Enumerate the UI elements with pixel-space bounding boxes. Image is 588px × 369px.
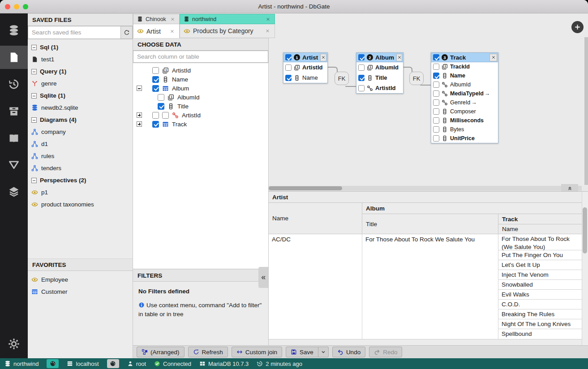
tree-table-album[interactable]: Album bbox=[133, 84, 268, 93]
grid-cell-track[interactable]: Night Of The Long Knives bbox=[498, 319, 582, 329]
collapse-expander-icon[interactable] bbox=[31, 69, 37, 74]
tree-group-sql[interactable]: Sql (1) bbox=[28, 41, 133, 53]
tree-table-track[interactable]: Track bbox=[133, 120, 268, 129]
column-checkbox[interactable] bbox=[285, 64, 292, 71]
column-row[interactable]: Bytes bbox=[431, 125, 498, 134]
designer-table-album[interactable]: 2 Album AlbumId Title ArtistId bbox=[356, 52, 403, 94]
nav-filter-icon[interactable] bbox=[0, 151, 28, 178]
column-checkbox[interactable] bbox=[433, 73, 439, 79]
grid-cell-album-title[interactable]: For Those About To Rock We Salute You bbox=[362, 234, 498, 339]
palette-button-inactive[interactable] bbox=[107, 359, 119, 368]
collapse-expander-icon[interactable] bbox=[31, 45, 37, 50]
grid-cell-track[interactable]: Breaking The Rules bbox=[498, 309, 582, 319]
arranged-button[interactable]: (Arranged) bbox=[137, 347, 185, 357]
grid-cell-track[interactable]: Spellbound bbox=[498, 329, 582, 339]
maximize-window-button[interactable] bbox=[23, 4, 28, 9]
column-row[interactable]: AlbumId bbox=[356, 62, 403, 73]
minimize-window-button[interactable] bbox=[14, 4, 19, 9]
palette-button-active[interactable] bbox=[47, 359, 59, 368]
settings-gear-icon[interactable] bbox=[0, 332, 28, 356]
column-row[interactable]: UnitPrice bbox=[431, 134, 498, 143]
tree-item-test1[interactable]: test1 bbox=[28, 53, 133, 65]
canvas-vertical-scrollbar[interactable] bbox=[584, 37, 588, 185]
column-checkbox[interactable] bbox=[358, 85, 365, 91]
nav-archive-icon[interactable] bbox=[0, 98, 28, 124]
column-row[interactable]: Name bbox=[283, 73, 327, 83]
collapse-expander-icon[interactable] bbox=[31, 93, 37, 99]
column-row[interactable]: MediaTypeId bbox=[431, 89, 498, 98]
grid-scrollbar-thumb[interactable] bbox=[583, 207, 587, 253]
favorite-employee[interactable]: Employee bbox=[28, 274, 133, 286]
tree-group-sqlite[interactable]: Sqlite (1) bbox=[28, 90, 133, 102]
collapse-panel-button[interactable] bbox=[258, 267, 268, 288]
tree-item-company[interactable]: company bbox=[28, 126, 133, 138]
column-row[interactable]: TrackId bbox=[431, 62, 498, 71]
tab-file-products-by-category[interactable]: Products by Category bbox=[180, 24, 275, 38]
collapse-expander-icon[interactable] bbox=[31, 117, 37, 123]
tree-col-artistid[interactable]: ArtistId bbox=[133, 66, 268, 75]
grid-cell-track[interactable]: Inject The Venom bbox=[498, 270, 582, 280]
table-checkbox[interactable] bbox=[285, 54, 292, 60]
column-header-artist-name[interactable]: Name bbox=[269, 203, 362, 234]
column-checkbox[interactable] bbox=[152, 76, 159, 83]
close-icon[interactable] bbox=[320, 54, 326, 61]
column-row[interactable]: GenreId bbox=[431, 98, 498, 107]
fk-checkbox[interactable] bbox=[152, 112, 159, 119]
designer-table-track[interactable]: 3 Track TrackId Name AlbumId MediaTypeId… bbox=[431, 52, 498, 143]
reload-icon[interactable] bbox=[121, 26, 133, 39]
column-checkbox[interactable] bbox=[152, 67, 159, 74]
tree-item-rules[interactable]: rules bbox=[28, 150, 133, 162]
nav-files-icon[interactable] bbox=[0, 46, 28, 69]
favorite-customer[interactable]: Customer bbox=[28, 286, 133, 298]
column-row[interactable]: AlbumId bbox=[431, 80, 498, 89]
undo-button[interactable]: Undo bbox=[332, 347, 365, 357]
nav-book-icon[interactable] bbox=[0, 124, 28, 151]
close-window-button[interactable] bbox=[5, 4, 10, 9]
grid-cell-track[interactable]: C.O.D. bbox=[498, 300, 582, 309]
tree-item-newdb2[interactable]: newdb2.sqlite bbox=[28, 102, 133, 114]
tree-group-perspectives[interactable]: Perspectives (2) bbox=[28, 174, 133, 186]
column-checkbox[interactable] bbox=[433, 90, 439, 97]
grid-cell-track[interactable]: Let's Get It Up bbox=[498, 260, 582, 270]
expand-expander-icon[interactable] bbox=[137, 112, 142, 118]
column-header-track-name[interactable]: Name bbox=[498, 224, 582, 234]
tree-item-d1[interactable]: d1 bbox=[28, 138, 133, 150]
fk-checkbox[interactable] bbox=[162, 112, 169, 119]
grid-cell-track[interactable]: Snowballed bbox=[498, 280, 582, 290]
column-checkbox[interactable] bbox=[433, 99, 439, 106]
close-icon[interactable] bbox=[170, 17, 176, 21]
column-checkbox[interactable] bbox=[433, 135, 439, 142]
collapse-expander-icon[interactable] bbox=[31, 178, 37, 183]
nav-layers-icon[interactable] bbox=[0, 178, 28, 205]
canvas-horizontal-scrollbar[interactable] bbox=[269, 186, 582, 191]
table-checkbox[interactable] bbox=[152, 121, 159, 128]
column-row[interactable]: Composer bbox=[431, 107, 498, 116]
table-checkbox[interactable] bbox=[358, 54, 365, 60]
column-checkbox[interactable] bbox=[433, 117, 439, 124]
nav-database-icon[interactable] bbox=[0, 17, 28, 44]
grid-cell-artist-name[interactable]: AC/DC bbox=[269, 234, 362, 339]
redo-button[interactable]: Redo bbox=[369, 347, 402, 357]
column-group-track[interactable]: Track bbox=[498, 214, 582, 224]
column-checkbox[interactable] bbox=[358, 75, 365, 81]
column-checkbox[interactable] bbox=[285, 75, 292, 81]
column-group-album[interactable]: Album bbox=[362, 203, 582, 214]
tree-col-title[interactable]: Title bbox=[133, 102, 268, 111]
close-icon[interactable] bbox=[264, 29, 271, 33]
column-checkbox[interactable] bbox=[433, 108, 439, 115]
tab-connection-chinook[interactable]: Chinook bbox=[133, 14, 180, 24]
tree-col-albumid[interactable]: AlbumId bbox=[133, 93, 268, 102]
column-row[interactable]: Title bbox=[356, 73, 403, 83]
column-header-album-title[interactable]: Title bbox=[362, 214, 498, 234]
table-checkbox[interactable] bbox=[152, 85, 159, 92]
tree-item-genre[interactable]: genre bbox=[28, 77, 133, 90]
column-checkbox[interactable] bbox=[358, 64, 365, 71]
grid-cell-track[interactable]: Evil Walks bbox=[498, 290, 582, 300]
refresh-button[interactable]: Refresh bbox=[188, 347, 228, 357]
column-row[interactable]: ArtistId bbox=[283, 62, 327, 73]
expand-expander-icon[interactable] bbox=[137, 121, 142, 127]
nav-history-icon[interactable] bbox=[0, 71, 28, 98]
column-checkbox[interactable] bbox=[433, 64, 439, 70]
add-zoom-button[interactable] bbox=[571, 21, 584, 33]
tree-col-name[interactable]: Name bbox=[133, 75, 268, 84]
